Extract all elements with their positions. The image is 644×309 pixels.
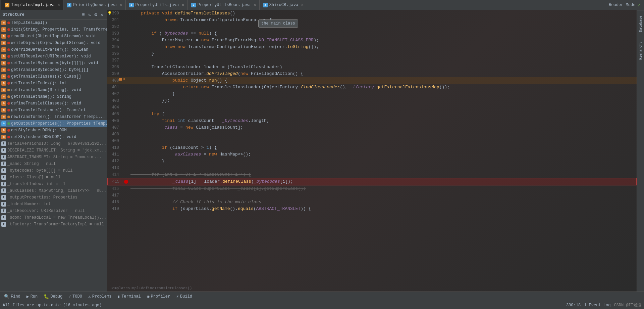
sidebar-item-label-f3: _name: String = null xyxy=(7,162,56,166)
sidebar-item-10[interactable]: m setTransletName(String): void xyxy=(0,87,107,93)
sidebar-item-8[interactable]: m getTransletClasses(): Class[] xyxy=(0,73,107,80)
sidebar-item-f7[interactable]: f _auxClasses: Map<String, Class<?>> = n… xyxy=(0,187,107,194)
line-num-413: 413 xyxy=(107,165,122,171)
sidebar-item-label-6: setTransletBytecodes(byte[][]): void xyxy=(11,61,98,65)
gutter-418 xyxy=(122,199,129,206)
sidebar-title: Structure xyxy=(3,12,24,17)
sidebar-item-15[interactable]: m getOutputProperties(): Properties †Tem… xyxy=(0,120,107,127)
sidebar-item-7[interactable]: m getTransletBytecodes(): byte[][] xyxy=(0,67,107,73)
method-icon-9: m xyxy=(1,81,6,86)
sidebar-item-f3[interactable]: f _name: String = null xyxy=(0,161,107,167)
toolbar-terminal-btn[interactable]: ▮ Terminal xyxy=(115,293,143,300)
tab-label-propertyutilsbean: PropertyUtilsBean.java xyxy=(198,3,251,7)
gutter-391 xyxy=(122,17,129,24)
line-num-416: 416 xyxy=(107,185,122,192)
tab-close-propertyutils[interactable]: ✕ xyxy=(182,3,184,7)
sidebar-sort-type-btn[interactable]: ⇅ xyxy=(87,12,92,17)
sidebar-item-label-13: getTransletInstance(): Translet xyxy=(11,108,86,113)
breakpoint-415[interactable] xyxy=(124,180,128,184)
toolbar-find-btn[interactable]: 🔍 Find xyxy=(1,293,23,300)
sidebar-item-f4[interactable]: f _bytecodes: byte[][] = null xyxy=(0,167,107,174)
code-line-412: 412 } xyxy=(107,158,637,165)
sidebar-item-f8[interactable]: f _outputProperties: Properties xyxy=(0,194,107,201)
sidebar-item-17[interactable]: m setStylesheetDOM(DOM): void xyxy=(0,134,107,140)
sidebar-item-4[interactable]: m overrideDefaultParser(): boolean xyxy=(0,46,107,53)
status-event-log[interactable]: 1 Event Log xyxy=(584,303,610,308)
sidebar-item-2[interactable]: m readObject(ObjectInputStream): void xyxy=(0,33,107,40)
sidebar-item-5[interactable]: m setURIResolver(URIResolver): void xyxy=(0,53,107,60)
sidebar-item-f2[interactable]: f ABSTRACT_TRANSLET: String = "com.sur..… xyxy=(0,154,107,161)
tab-propertyutilsbean[interactable]: J PropertyUtilsBean.java ✕ xyxy=(188,0,260,10)
gutter-413 xyxy=(122,165,129,171)
sidebar-actions: ≡ ⇅ ⚙ ✕ xyxy=(81,12,104,17)
line-num-398: 398 xyxy=(107,64,122,71)
sidebar-item-label-2: readObject(ObjectInputStream): void xyxy=(11,34,96,39)
sidebar-sort-alpha-btn[interactable]: ≡ xyxy=(81,12,86,17)
sidebar-item-1[interactable]: m init(String, Properties, int, Transfor… xyxy=(0,26,107,33)
tab-label-priorityqueue: PriorityQueue.java xyxy=(73,3,117,7)
line-content-392 xyxy=(129,24,637,30)
sidebar-item-16[interactable]: m getStylesheetDOM(): DOM xyxy=(0,127,107,134)
right-sidebar-database[interactable]: Database xyxy=(637,10,644,37)
sidebar-settings-btn[interactable]: ⚙ xyxy=(93,12,98,17)
code-line-407: 407 _class = new Class[classCount]; xyxy=(107,124,637,131)
tab-templatesimpl[interactable]: J TemplatesImpl.java ✕ xyxy=(1,0,63,10)
sidebar-item-f1[interactable]: f DESERIALIZE_TRANSLET: String = "jdk.xm… xyxy=(0,147,107,154)
sidebar-item-3[interactable]: m writeObject(ObjectOutputStream): void xyxy=(0,40,107,46)
line-num-403: 403 xyxy=(107,97,122,104)
tab-close-shirocb[interactable]: ✕ xyxy=(301,3,304,7)
problems-label: Problems xyxy=(92,294,112,299)
dot-6 xyxy=(7,62,10,64)
tab-priorityqueue[interactable]: J PriorityQueue.java ✕ xyxy=(63,0,125,10)
sidebar-item-label-f12: _tfactory: TransformerFactoryImpl = null xyxy=(7,222,104,227)
dot-9 xyxy=(7,82,10,85)
sidebar-item-f9[interactable]: f _indentNumber: int xyxy=(0,201,107,208)
sidebar-item-label-f0: serialVersionUID: long = 6730943615192..… xyxy=(7,141,106,146)
sidebar-item-14[interactable]: m newTransformer(): Transformer †Templ..… xyxy=(0,114,107,120)
reader-mode-label[interactable]: Reader Mode xyxy=(609,3,635,7)
sidebar-item-f0[interactable]: f serialVersionUID: long = 6730943615192… xyxy=(0,140,107,147)
right-sidebar-hierarchy[interactable]: Hierarchy xyxy=(637,37,644,64)
right-sidebar-database-label: Database xyxy=(639,16,643,32)
line-num-417: 417 xyxy=(107,192,122,199)
code-scroll[interactable]: 💡 390 private void defineTransletClasses… xyxy=(107,10,637,285)
sidebar-item-13[interactable]: m getTransletInstance(): Translet xyxy=(0,107,107,114)
toolbar-todo-btn[interactable]: ✓ TODO xyxy=(66,293,85,300)
sidebar-item-f5[interactable]: f _class: Class[] = null xyxy=(0,174,107,181)
toolbar-debug-btn[interactable]: 🐛 Debug xyxy=(41,293,65,300)
toolbar-problems-btn[interactable]: ⚠ Problems xyxy=(86,293,114,300)
line-content-406: final int classCount = _bytecodes.length… xyxy=(129,118,637,124)
toolbar-profiler-btn[interactable]: ◉ Profiler xyxy=(144,293,173,300)
method-icon-0: m xyxy=(1,20,6,25)
sidebar-item-label-1: init(String, Properties, int, Transforme… xyxy=(11,27,107,32)
field-icon-f2: f xyxy=(1,155,6,160)
sidebar-item-9[interactable]: m getTransletIndex(): int xyxy=(0,80,107,87)
line-content-390: private void defineTransletClasses() xyxy=(129,10,637,17)
tab-shirocb[interactable]: J ShiroCB.java ✕ xyxy=(260,0,307,10)
line-content-419: if (superClass.getName().equals(ABSTRACT… xyxy=(129,206,637,212)
line-content-395: throw new TransformerConfigurationExcept… xyxy=(129,44,637,50)
build-label: Build xyxy=(180,294,192,299)
method-icon-15: m xyxy=(1,121,6,126)
sidebar-item-12[interactable]: m defineTransletClasses(): void xyxy=(0,100,107,107)
sidebar-item-f12[interactable]: f _tfactory: TransformerFactoryImpl = nu… xyxy=(0,221,107,228)
sidebar-close-btn[interactable]: ✕ xyxy=(100,12,104,17)
find-label: Find xyxy=(11,294,20,299)
tab-close-templatesimpl[interactable]: ✕ xyxy=(58,3,60,7)
method-icon-17: m xyxy=(1,135,6,139)
sidebar-item-11[interactable]: m getTransletName(): String xyxy=(0,93,107,100)
sidebar-item-6[interactable]: m setTransletBytecodes(byte[][]): void xyxy=(0,60,107,67)
tab-close-propertyutilsbean[interactable]: ✕ xyxy=(254,3,256,7)
tab-close-priorityqueue[interactable]: ✕ xyxy=(120,3,122,7)
sidebar-item-label-10: setTransletName(String): void xyxy=(11,88,81,92)
line-num-396: 396 xyxy=(107,50,122,57)
sidebar-item-f11[interactable]: f _sdom: ThreadLocal = new ThreadLocal()… xyxy=(0,214,107,221)
sidebar-item-0[interactable]: m TemplatesImpl() xyxy=(0,19,107,26)
gutter-417 xyxy=(122,192,129,199)
toolbar-run-btn[interactable]: ▶ Run xyxy=(24,293,40,300)
tab-propertyutils[interactable]: J PropertyUtils.java ✕ xyxy=(126,0,188,10)
sidebar-item-f10[interactable]: f _uriResolver: URIResolver = null xyxy=(0,208,107,214)
toolbar-build-btn[interactable]: ⚡ Build xyxy=(173,293,195,300)
dot-12 xyxy=(7,102,10,105)
sidebar-item-f6[interactable]: f _transletIndex: int = -1 xyxy=(0,181,107,187)
